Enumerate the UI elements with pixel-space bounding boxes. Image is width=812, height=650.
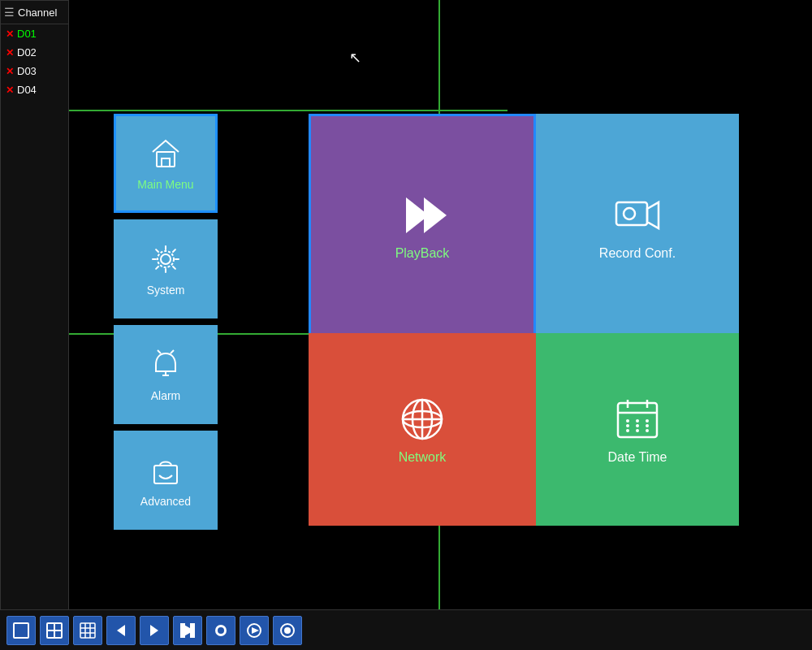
- channel-item-d02[interactable]: ✕ D02: [1, 43, 68, 62]
- record-button[interactable]: [206, 616, 235, 645]
- svg-point-30: [636, 424, 639, 427]
- sidebar-title: Channel: [18, 6, 57, 19]
- playback-tile[interactable]: PlayBack: [309, 114, 536, 337]
- svg-point-29: [626, 424, 629, 427]
- sidebar: ☰ Channel ✕ D01 ✕ D02 ✕ D03 ✕ D04: [0, 0, 69, 618]
- svg-rect-8: [154, 466, 177, 483]
- svg-line-7: [171, 350, 174, 353]
- svg-point-27: [636, 429, 639, 432]
- svg-marker-12: [647, 202, 659, 228]
- network-icon: [398, 395, 447, 444]
- playback-icon: [398, 191, 447, 240]
- record-conf-label: Record Conf.: [599, 246, 676, 261]
- svg-rect-1: [162, 158, 170, 167]
- svg-point-25: [646, 419, 649, 422]
- svg-point-31: [646, 424, 649, 427]
- channel-label-d02: D02: [17, 46, 37, 58]
- svg-marker-42: [150, 625, 158, 636]
- channel-item-d04[interactable]: ✕ D04: [1, 80, 68, 99]
- network-label: Network: [399, 450, 447, 465]
- network-tile[interactable]: Network: [309, 333, 536, 526]
- svg-point-28: [646, 429, 649, 432]
- main-menu-label: Main Menu: [137, 178, 193, 191]
- svg-point-47: [218, 627, 224, 634]
- single-view-button[interactable]: [6, 616, 36, 645]
- system-label: System: [147, 284, 185, 297]
- channel-item-d03[interactable]: ✕ D03: [1, 62, 68, 80]
- svg-rect-44: [181, 624, 184, 637]
- status-error-d04: ✕: [6, 84, 14, 96]
- alarm-tile[interactable]: Alarm: [114, 325, 218, 424]
- date-time-label: Date Time: [608, 450, 667, 465]
- left-menu-column: Main Menu System Alarm: [114, 114, 218, 530]
- main-menu-tile[interactable]: Main Menu: [114, 114, 218, 213]
- big-tiles-grid: PlayBack Record Conf. Network: [309, 114, 739, 524]
- svg-point-24: [636, 419, 639, 422]
- divider-line-top: [69, 110, 508, 111]
- capture-button[interactable]: [273, 616, 302, 645]
- next-button[interactable]: [140, 616, 169, 645]
- toolbar: [0, 609, 812, 650]
- system-tile[interactable]: System: [114, 219, 218, 318]
- advanced-label: Advanced: [140, 495, 191, 508]
- channel-label-d01: D01: [17, 28, 37, 40]
- svg-point-23: [626, 419, 629, 422]
- sidebar-header: ☰ Channel: [1, 1, 68, 24]
- status-error-d02: ✕: [6, 47, 14, 58]
- playback-toolbar-button[interactable]: [240, 616, 269, 645]
- svg-rect-36: [80, 623, 95, 638]
- quad-view-button[interactable]: [40, 616, 69, 645]
- channel-label-d03: D03: [17, 65, 37, 77]
- svg-marker-41: [117, 625, 125, 636]
- mouse-cursor: ↖: [349, 49, 361, 67]
- advanced-tile[interactable]: Advanced: [114, 431, 218, 530]
- playback-label: PlayBack: [395, 246, 450, 261]
- svg-marker-10: [424, 197, 447, 233]
- calendar-icon: [613, 395, 662, 444]
- channel-icon: ☰: [4, 6, 15, 19]
- svg-rect-11: [616, 202, 647, 225]
- svg-line-6: [158, 350, 161, 353]
- date-time-tile[interactable]: Date Time: [536, 333, 739, 526]
- status-error-d03: ✕: [6, 66, 14, 77]
- svg-marker-49: [252, 627, 259, 634]
- alarm-label: Alarm: [151, 389, 181, 402]
- main-area: ↖ Main Menu System: [69, 0, 812, 618]
- settings-icon: [148, 241, 184, 277]
- channel-label-d04: D04: [17, 84, 37, 96]
- svg-point-26: [626, 429, 629, 432]
- status-error-d01: ✕: [6, 28, 14, 40]
- svg-rect-45: [191, 624, 194, 637]
- svg-point-2: [161, 254, 171, 264]
- svg-point-51: [284, 627, 291, 634]
- svg-rect-32: [14, 623, 28, 638]
- record-conf-tile[interactable]: Record Conf.: [536, 114, 739, 337]
- svg-point-13: [624, 208, 635, 219]
- camera-icon: [613, 191, 662, 240]
- alarm-icon: [148, 347, 184, 383]
- multi-view-button[interactable]: [73, 616, 102, 645]
- play-button[interactable]: [173, 616, 202, 645]
- home-icon: [148, 136, 184, 171]
- channel-item-d01[interactable]: ✕ D01: [1, 24, 68, 43]
- prev-button[interactable]: [106, 616, 136, 645]
- bag-icon: [148, 453, 184, 488]
